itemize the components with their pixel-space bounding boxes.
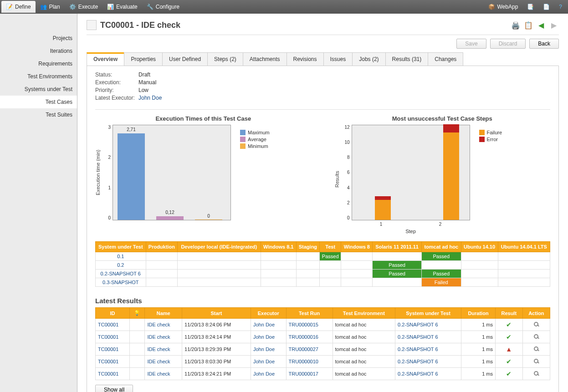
check-icon: ✔: [506, 358, 512, 365]
result-sut[interactable]: 0.2-SNAPSHOT 6: [395, 319, 461, 331]
tab-attachments[interactable]: Attachments: [243, 52, 287, 66]
result-sut[interactable]: 0.2-SNAPSHOT 6: [395, 331, 461, 343]
sut-header: Ubuntu 14.04.1 LTS: [498, 242, 550, 252]
topbar-icon-1[interactable]: 📑: [522, 1, 538, 13]
magnify-icon[interactable]: [534, 346, 538, 351]
topbar-item-webapp[interactable]: 📦WebApp: [484, 1, 523, 13]
result-id[interactable]: TC00001: [96, 343, 130, 356]
clipboard-icon[interactable]: 📋: [523, 20, 533, 30]
sut-cell: [498, 252, 550, 261]
latest-executor-value[interactable]: John Doe: [138, 95, 162, 101]
sidebar: Projects Iterations Requirements Test En…: [0, 14, 77, 392]
tab-jobs[interactable]: Jobs (2): [352, 52, 385, 66]
sidebar-item-projects[interactable]: Projects: [0, 32, 77, 45]
results-header: ID: [96, 308, 130, 319]
result-run[interactable]: TRU0000027: [286, 343, 333, 356]
chart-legend-2: FailureError: [470, 125, 502, 234]
sidebar-item-test-environments[interactable]: Test Environments: [0, 70, 77, 83]
result-bulb: [130, 368, 145, 380]
magnify-icon[interactable]: [534, 334, 538, 339]
priority-label: Priority:: [95, 87, 138, 93]
tab-overview[interactable]: Overview: [87, 52, 124, 66]
sidebar-item-test-cases[interactable]: Test Cases: [0, 96, 77, 108]
tab-changes[interactable]: Changes: [428, 52, 463, 66]
sut-row-name[interactable]: 0.3-SNAPSHOT: [96, 278, 146, 287]
tab-results[interactable]: Results (31): [385, 52, 429, 66]
sut-row-name[interactable]: 0.2: [96, 261, 146, 270]
result-executor[interactable]: John Doe: [251, 356, 286, 368]
result-run[interactable]: TRU0000015: [286, 319, 333, 331]
tab-properties[interactable]: Properties: [124, 52, 163, 66]
result-executor[interactable]: John Doe: [251, 319, 286, 331]
topbar-icon-2[interactable]: 📄: [538, 1, 554, 13]
sidebar-item-iterations[interactable]: Iterations: [0, 45, 77, 57]
result-sut[interactable]: 0.2-SNAPSHOT 6: [395, 356, 461, 368]
result-name[interactable]: IDE check: [145, 368, 182, 380]
topbar-item-define[interactable]: 📝Define: [1, 1, 36, 13]
nav-next-icon[interactable]: ▶: [549, 20, 559, 30]
tab-user-defined[interactable]: User Defined: [162, 52, 208, 66]
magnify-icon[interactable]: [534, 359, 538, 363]
result-run[interactable]: TRU0000016: [286, 331, 333, 343]
tab-issues[interactable]: Issues: [323, 52, 353, 66]
sut-cell: [146, 270, 178, 278]
topbar-item-evaluate[interactable]: 📊Evaluate: [102, 1, 142, 13]
sut-header: Ubuntu 14.10: [461, 242, 498, 252]
show-all-button[interactable]: Show all: [95, 385, 133, 392]
result-name[interactable]: IDE check: [145, 343, 182, 356]
sut-cell: [341, 261, 373, 270]
sut-row-name[interactable]: 0.1: [96, 252, 146, 261]
sut-cell: [296, 270, 319, 278]
sut-cell: [461, 252, 498, 261]
result-action[interactable]: [522, 356, 550, 368]
sut-header: Test: [320, 242, 341, 252]
sut-cell: [373, 252, 422, 261]
sut-cell: Failed: [421, 278, 461, 287]
result-name[interactable]: IDE check: [145, 319, 182, 331]
tab-steps[interactable]: Steps (2): [207, 52, 243, 66]
print-icon[interactable]: 🖨️: [511, 20, 521, 30]
latest-results-title: Latest Results: [95, 297, 550, 305]
execute-icon: ⚙️: [69, 4, 76, 10]
result-executor[interactable]: John Doe: [251, 343, 286, 356]
result-action[interactable]: [522, 331, 550, 343]
result-id[interactable]: TC00001: [96, 368, 130, 380]
sidebar-item-requirements[interactable]: Requirements: [0, 57, 77, 70]
sut-row-name[interactable]: 0.2-SNAPSHOT 6: [96, 270, 146, 278]
result-id[interactable]: TC00001: [96, 331, 130, 343]
result-executor[interactable]: John Doe: [251, 368, 286, 380]
sut-cell: [341, 278, 373, 287]
result-executor[interactable]: John Doe: [251, 331, 286, 343]
save-button[interactable]: Save: [456, 39, 486, 49]
result-sut[interactable]: 0.2-SNAPSHOT 6: [395, 368, 461, 380]
table-row: TC00001IDE check11/20/13 8:29:39 PMJohn …: [96, 343, 550, 356]
result-name[interactable]: IDE check: [145, 356, 182, 368]
content-area: TC00001 - IDE check 🖨️ 📋 ◀ ▶ Save Discar…: [77, 14, 568, 392]
sut-cell: [261, 278, 296, 287]
sut-cell: [498, 270, 550, 278]
topbar-item-configure[interactable]: 🔧Configure: [142, 1, 184, 13]
back-button[interactable]: Back: [529, 39, 559, 49]
topbar-item-execute[interactable]: ⚙️Execute: [65, 1, 102, 13]
result-id[interactable]: TC00001: [96, 319, 130, 331]
result-bulb: [130, 356, 145, 368]
help-icon[interactable]: ?: [554, 1, 567, 13]
magnify-icon[interactable]: [534, 322, 538, 326]
sidebar-item-test-suites[interactable]: Test Suites: [0, 108, 77, 121]
result-run[interactable]: TRU0000017: [286, 368, 333, 380]
result-action[interactable]: [522, 368, 550, 380]
result-sut[interactable]: 0.2-SNAPSHOT 6: [395, 343, 461, 356]
sut-header: Produktion: [146, 242, 178, 252]
discard-button[interactable]: Discard: [490, 39, 526, 49]
nav-prev-icon[interactable]: ◀: [536, 20, 546, 30]
result-action[interactable]: [522, 343, 550, 356]
sidebar-item-systems-under-test[interactable]: Systems under Test: [0, 83, 77, 96]
result-action[interactable]: [522, 319, 550, 331]
result-id[interactable]: TC00001: [96, 356, 130, 368]
tab-revisions[interactable]: Revisions: [287, 52, 324, 66]
magnify-icon[interactable]: [534, 371, 538, 376]
result-run[interactable]: TRU0000010: [286, 356, 333, 368]
page-title: TC00001 - IDE check: [100, 20, 180, 30]
topbar-item-plan[interactable]: 👥Plan: [36, 1, 65, 13]
result-name[interactable]: IDE check: [145, 331, 182, 343]
